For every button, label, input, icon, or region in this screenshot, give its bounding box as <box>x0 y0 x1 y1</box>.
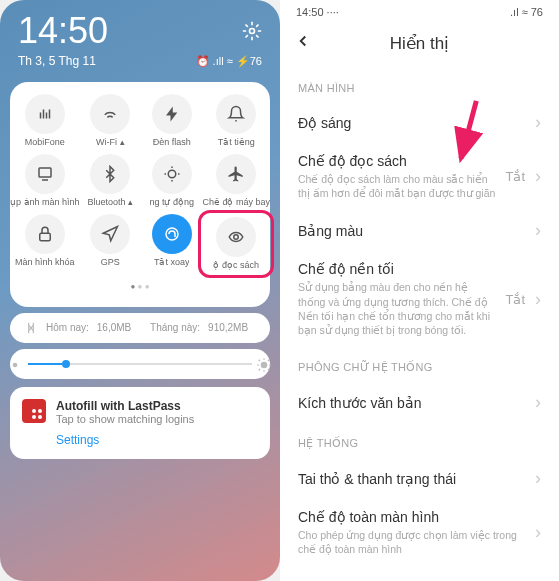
status-right: .ıl ≈ 76 <box>510 6 543 18</box>
qs-tiles-panel: MobiFone Wi-Fi ▴ Đèn flash Tắt tiếng ụp … <box>10 82 270 307</box>
item-brightness[interactable]: Độ sáng › <box>280 102 559 143</box>
read-mode-value: Tắt <box>505 169 525 184</box>
tile-wifi[interactable]: Wi-Fi ▴ <box>80 94 141 148</box>
chevron-right-icon: › <box>535 220 541 241</box>
sun-high-icon <box>256 357 272 373</box>
tile-mobifone[interactable]: MobiFone <box>10 94 80 148</box>
autofill-title: Autofill with LastPass <box>56 399 194 413</box>
tile-gps[interactable]: GPS <box>80 214 141 274</box>
gps-icon <box>90 214 130 254</box>
screenshot-icon <box>25 154 65 194</box>
dark-mode-value: Tắt <box>505 292 525 307</box>
tile-read-mode[interactable]: ộ đọc sách <box>198 210 274 278</box>
svg-point-0 <box>250 29 255 34</box>
autofill-settings-link[interactable]: Settings <box>56 433 258 447</box>
chevron-right-icon: › <box>535 112 541 133</box>
status-icons: ⏰ .ıll ≈ ⚡76 <box>196 55 262 68</box>
chevron-right-icon: › <box>535 468 541 489</box>
mute-icon <box>216 94 256 134</box>
item-fullscreen[interactable]: Chế độ toàn màn hình Cho phép ứng dụng đ… <box>280 499 559 566</box>
bluetooth-icon <box>90 154 130 194</box>
item-notch[interactable]: Tai thỏ & thanh trạng thái › <box>280 458 559 499</box>
item-color[interactable]: Bảng màu › <box>280 210 559 251</box>
tile-auto[interactable]: ng tự động <box>141 154 202 208</box>
tile-rotate[interactable]: Tắt xoay <box>141 214 202 274</box>
read-icon <box>216 217 256 257</box>
section-screen: MÀN HÌNH <box>280 68 559 102</box>
data-usage-bar[interactable]: Hôm nay: 16,0MB Tháng này: 910,2MB <box>10 313 270 343</box>
section-system: HỆ THỐNG <box>280 423 559 458</box>
chevron-right-icon: › <box>535 289 541 310</box>
chevron-right-icon: › <box>535 522 541 543</box>
sun-low-icon <box>8 358 22 372</box>
tile-bluetooth[interactable]: Bluetooth ▴ <box>80 154 141 208</box>
svg-rect-3 <box>40 233 51 241</box>
tile-mute[interactable]: Tắt tiếng <box>202 94 270 148</box>
chevron-right-icon: › <box>535 166 541 187</box>
svg-point-7 <box>261 362 266 367</box>
item-dark-mode[interactable]: Chế độ nền tối Sử dụng bảng màu đen cho … <box>280 251 559 347</box>
lock-icon <box>25 214 65 254</box>
display-settings-screen: 14:50 ···· .ıl ≈ 76 Hiển thị MÀN HÌNH Độ… <box>280 0 559 581</box>
header: Hiển thị <box>280 24 559 68</box>
page-title: Hiển thị <box>294 33 545 54</box>
chevron-right-icon: › <box>535 392 541 413</box>
status-time: 14:50 ···· <box>296 6 339 18</box>
autofill-desc: Tap to show matching logins <box>56 413 194 425</box>
page-dots: ● ● ● <box>10 282 270 291</box>
data-icon <box>24 321 38 335</box>
status-bar-right: 14:50 ···· .ıl ≈ 76 <box>280 0 559 24</box>
svg-point-4 <box>166 228 178 240</box>
svg-rect-1 <box>39 168 51 177</box>
auto-icon <box>152 154 192 194</box>
airplane-icon <box>216 154 256 194</box>
tile-airplane[interactable]: Chế độ máy bay <box>202 154 270 208</box>
svg-point-2 <box>168 170 176 178</box>
svg-point-5 <box>234 235 239 240</box>
status-bar-left: 14:50 <box>0 0 280 54</box>
section-font: PHÔNG CHỮ HỆ THỐNG <box>280 347 559 382</box>
wifi-icon <box>90 94 130 134</box>
brightness-track <box>28 363 252 365</box>
date: Th 3, 5 Thg 11 <box>18 54 96 68</box>
item-font-size[interactable]: Kích thước văn bản › <box>280 382 559 423</box>
settings-icon[interactable] <box>242 21 262 41</box>
quick-settings-panel: 14:50 Th 3, 5 Thg 11 ⏰ .ıll ≈ ⚡76 MobiFo… <box>0 0 280 581</box>
brightness-slider[interactable] <box>10 349 270 379</box>
lastpass-icon <box>22 399 46 423</box>
tile-screenshot[interactable]: ụp ảnh màn hình <box>10 154 80 208</box>
signal-icon <box>25 94 65 134</box>
date-row: Th 3, 5 Thg 11 ⏰ .ıll ≈ ⚡76 <box>0 54 280 78</box>
qs-grid: MobiFone Wi-Fi ▴ Đèn flash Tắt tiếng ụp … <box>10 94 270 274</box>
rotate-icon <box>152 214 192 254</box>
item-read-mode[interactable]: Chế độ đọc sách Chế độ đọc sách làm cho … <box>280 143 559 210</box>
flash-icon <box>152 94 192 134</box>
tile-lock[interactable]: Màn hình khóa <box>10 214 80 274</box>
svg-point-6 <box>13 362 18 367</box>
tile-flash[interactable]: Đèn flash <box>141 94 202 148</box>
clock: 14:50 <box>18 10 108 52</box>
autofill-card[interactable]: Autofill with LastPass Tap to show match… <box>10 387 270 459</box>
